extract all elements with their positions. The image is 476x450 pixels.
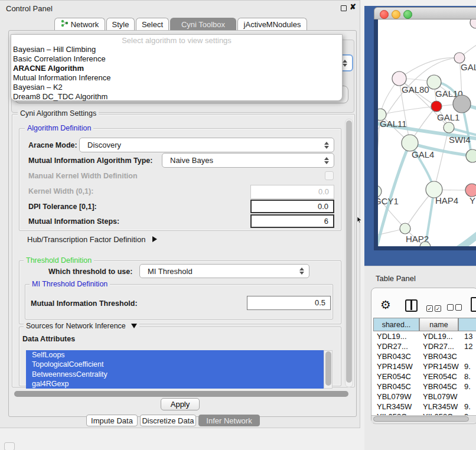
table-cell: YDR27...: [423, 341, 454, 351]
table-row[interactable]: YDL19...YDL19...13: [373, 331, 476, 341]
close-icon[interactable]: ✘: [350, 2, 356, 11]
dpi-tolerance-field[interactable]: 0.0: [250, 200, 334, 213]
minimize-traffic-light-icon[interactable]: [392, 10, 400, 19]
attribute-item[interactable]: TopologicalCoefficient: [26, 360, 324, 369]
tab-label: Cyni Toolbox: [181, 20, 225, 29]
network-node-hap2[interactable]: [400, 223, 410, 234]
collapse-down-icon[interactable]: [131, 324, 137, 328]
table-row[interactable]: YDR27...YDR27...12: [373, 341, 476, 351]
network-view-canvas[interactable]: GALGAL80GAL10GAL1GAL11GAL4SWI4GCY1HAP4YH…: [374, 19, 476, 250]
table-cell: 12: [464, 341, 472, 351]
table-cell: YBL079W: [377, 392, 412, 402]
close-traffic-light-icon[interactable]: [380, 10, 389, 19]
algorithm-option[interactable]: ARACNE Algorithm: [13, 64, 338, 73]
network-node[interactable]: [470, 19, 476, 28]
mi-type-label: Mutual Information Algorithm Type:: [28, 156, 152, 165]
network-node-gal4[interactable]: [402, 135, 418, 151]
bottom-tab-discretize-data[interactable]: Discretize Data: [140, 415, 196, 426]
table-cell: 9.: [464, 402, 471, 412]
network-icon: [61, 19, 71, 29]
columns-icon[interactable]: [405, 299, 418, 312]
combo-arrows-icon: [299, 268, 305, 275]
table-row[interactable]: YBR043CYBR043C: [373, 351, 476, 361]
mi-steps-field[interactable]: 6: [250, 214, 334, 228]
algorithm-option[interactable]: Mutual Information Inference: [13, 73, 338, 83]
table-row[interactable]: YBR045CYBR045C9.: [373, 381, 476, 392]
mi-type-combobox[interactable]: Naive Bayes: [162, 153, 334, 168]
algorithm-option[interactable]: Dream8 DC_TDC Algorithm: [13, 92, 338, 102]
column-header[interactable]: [458, 318, 476, 331]
network-edge[interactable]: [434, 128, 449, 190]
mi-threshold-field[interactable]: 0.5: [247, 296, 331, 310]
bottom-tab-infer-network[interactable]: Infer Network: [198, 415, 260, 426]
mi-threshold-group-title: MI Threshold Definition: [30, 281, 110, 288]
bottom-tab-impute-data[interactable]: Impute Data: [86, 415, 138, 426]
network-node-gcy1[interactable]: [378, 185, 382, 197]
aracne-mode-combobox[interactable]: Discovery: [79, 138, 334, 152]
tab-style[interactable]: Style: [106, 18, 135, 30]
kernel-width-field[interactable]: 0.0: [250, 185, 334, 199]
gear-icon[interactable]: ⚙: [380, 298, 391, 312]
data-attributes-list[interactable]: SelfLoopsTopologicalCoefficientBetweenne…: [26, 350, 324, 389]
sources-group-title[interactable]: Sources for Network Inference: [24, 322, 139, 330]
network-node[interactable]: [453, 95, 471, 113]
collapsed-panel-icon[interactable]: [4, 442, 15, 450]
algorithm-definition-title: Algorithm Definition: [25, 125, 93, 132]
attribute-item[interactable]: BetweennessCentrality: [26, 370, 324, 379]
network-window-titlebar[interactable]: [374, 7, 476, 19]
sources-title-text: Sources for Network Inference: [26, 322, 126, 330]
mi-type-value: Naive Bayes: [162, 156, 213, 165]
hub-definition-toggle[interactable]: Hub/Transcription Factor Definition: [27, 235, 157, 244]
tab-network[interactable]: Network: [54, 18, 105, 30]
network-edge[interactable]: [443, 227, 476, 246]
attribute-item[interactable]: SelfLoops: [26, 350, 324, 360]
network-node-gal10[interactable]: [427, 75, 441, 89]
tab-cyni-toolbox[interactable]: Cyni Toolbox: [170, 18, 236, 30]
table-row[interactable]: YER054CYER054C8.: [373, 371, 476, 381]
attributes-scrollbar-thumb[interactable]: [325, 351, 331, 386]
network-node-gal1[interactable]: [431, 101, 442, 112]
aracne-mode-value: Discovery: [80, 141, 121, 149]
checked-boxes-icon[interactable]: ✓✓: [426, 302, 441, 313]
float-window-icon[interactable]: [341, 5, 347, 11]
mouse-cursor: [357, 216, 363, 223]
algorithm-option[interactable]: Bayesian – Hill Climbing: [13, 45, 338, 54]
network-node-swi4[interactable]: [444, 122, 454, 133]
table-row[interactable]: YBL079WYBL079W: [373, 392, 476, 402]
attribute-item[interactable]: gal4RGexp: [26, 379, 324, 389]
zoom-traffic-light-icon[interactable]: [403, 10, 412, 19]
node-label: Y: [470, 195, 475, 206]
unchecked-boxes-icon[interactable]: [447, 302, 462, 313]
table-row[interactable]: YPR145WYPR145W9.: [373, 361, 476, 371]
manual-kernel-label: Manual Kernel Width Definition: [28, 172, 138, 180]
tab-select[interactable]: Select: [136, 18, 169, 30]
node-label: GAL4: [412, 149, 434, 159]
settings-vscrollbar-thumb[interactable]: [346, 120, 352, 383]
panel-title: Control Panel: [6, 4, 53, 13]
settings-hscrollbar-thumb[interactable]: [14, 391, 348, 397]
manual-kernel-checkbox[interactable]: [325, 171, 334, 180]
table-row[interactable]: YLR345WYLR345W9.: [373, 402, 476, 412]
cyni-bottom-tabbar: Impute DataDiscretize DataInfer Network: [0, 415, 360, 426]
network-edge[interactable]: [380, 106, 436, 115]
table-cell: 8.: [464, 371, 471, 381]
document-icon[interactable]: [471, 297, 476, 312]
expand-right-icon[interactable]: [152, 236, 157, 242]
tab-jactivemnodules[interactable]: jActiveMNodules: [237, 18, 307, 30]
network-node-y[interactable]: [465, 184, 476, 197]
column-header-name[interactable]: name: [419, 318, 458, 331]
algorithm-popup: Select algorithm to view settings Bayesi…: [11, 34, 343, 101]
table-cell: 13: [464, 331, 472, 341]
table-hscrollbar-thumb[interactable]: [373, 416, 469, 422]
algorithm-option[interactable]: Basic Correlation Inference: [13, 54, 338, 64]
which-threshold-combobox[interactable]: MI Threshold: [139, 264, 309, 278]
network-node[interactable]: [466, 149, 476, 162]
table-cell: YER054C: [423, 371, 457, 381]
network-graph[interactable]: GALGAL80GAL10GAL1GAL11GAL4SWI4GCY1HAP4YH…: [378, 19, 476, 246]
apply-button[interactable]: Apply: [161, 398, 200, 410]
network-node-gal80[interactable]: [392, 71, 406, 86]
tab-label: jActiveMNodules: [244, 20, 301, 29]
algorithm-option[interactable]: Bayesian – K2: [13, 83, 338, 92]
node-label: GAL: [461, 62, 476, 72]
column-header-shared[interactable]: shared...: [373, 318, 419, 331]
